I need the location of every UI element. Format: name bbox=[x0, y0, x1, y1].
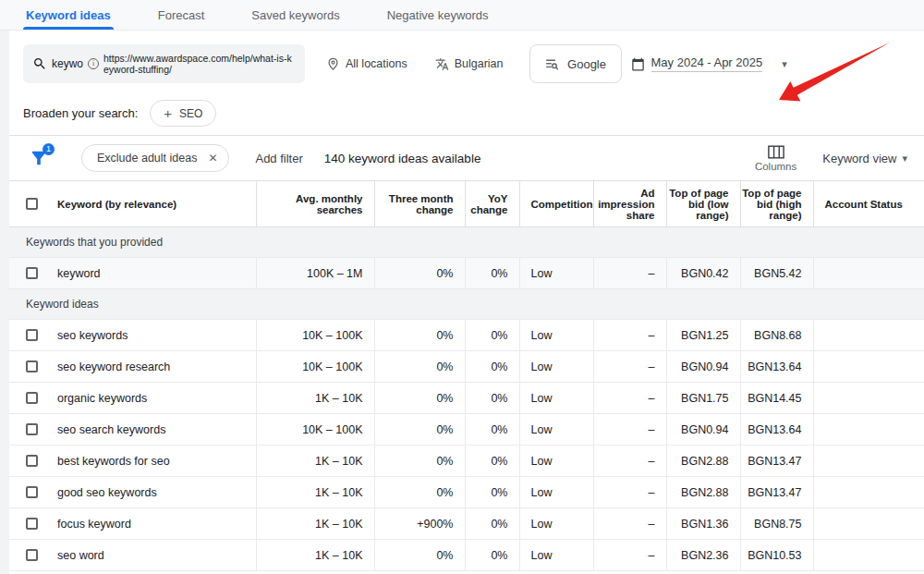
date-range-label: May 2024 - Apr 2025 bbox=[651, 55, 763, 72]
search-url-text: https://www.awardspace.com/help/what-is-… bbox=[103, 53, 296, 75]
table-row: seo word 1K – 10K 0% 0% Low – BGN2.36 BG… bbox=[9, 540, 924, 571]
tab-keyword-ideas[interactable]: Keyword ideas bbox=[23, 0, 114, 30]
page-gutter bbox=[0, 31, 9, 574]
keyword-search-input[interactable]: keywo i https://www.awardspace.com/help/… bbox=[23, 44, 305, 83]
keyword-cell: seo word bbox=[57, 549, 104, 562]
columns-icon bbox=[768, 145, 784, 159]
table-row: focus keyword 1K – 10K +900% 0% Low – BG… bbox=[9, 508, 924, 540]
search-settings-row: keywo i https://www.awardspace.com/help/… bbox=[23, 42, 924, 86]
row-checkbox[interactable] bbox=[26, 329, 38, 341]
table-row: organic keywords 1K – 10K 0% 0% Low – BG… bbox=[9, 383, 924, 414]
row-checkbox[interactable] bbox=[26, 423, 38, 435]
add-filter-button[interactable]: Add filter bbox=[255, 152, 302, 165]
keyword-cell: seo search keywords bbox=[57, 423, 165, 436]
keyword-cell: seo keyword research bbox=[57, 360, 170, 373]
row-checkbox[interactable] bbox=[26, 549, 38, 561]
filter-count-badge: 1 bbox=[43, 143, 55, 155]
location-label: All locations bbox=[346, 57, 407, 70]
col-header-avg-monthly[interactable]: Avg. monthly searches bbox=[256, 181, 374, 227]
keyword-cell: best keywords for seo bbox=[57, 455, 170, 468]
tab-forecast[interactable]: Forecast bbox=[155, 0, 208, 30]
keyword-cell: keyword bbox=[57, 267, 101, 280]
filter-button[interactable]: 1 bbox=[29, 148, 49, 168]
chevron-down-icon: ▾ bbox=[902, 153, 907, 165]
row-checkbox[interactable] bbox=[26, 455, 38, 467]
table-row: good seo keywords 1K – 10K 0% 0% Low – B… bbox=[9, 477, 924, 508]
broaden-chip-label: SEO bbox=[179, 107, 202, 120]
col-header-bid-high[interactable]: Top of page bid (high range) bbox=[740, 181, 813, 227]
search-term-text: keywo bbox=[52, 57, 83, 70]
col-header-keyword[interactable]: Keyword (by relevance) bbox=[57, 199, 176, 210]
col-header-three-month[interactable]: Three month change bbox=[374, 181, 465, 227]
table-row: seo keyword research 10K – 100K 0% 0% Lo… bbox=[9, 351, 924, 383]
col-header-yoy[interactable]: YoY change bbox=[465, 181, 519, 227]
table-header-row: Keyword (by relevance) Avg. monthly sear… bbox=[9, 181, 924, 227]
translate-icon bbox=[435, 57, 449, 71]
search-network-button[interactable]: Google bbox=[529, 44, 622, 83]
col-header-competition[interactable]: Competition bbox=[519, 181, 593, 227]
keyword-cell: good seo keywords bbox=[57, 486, 157, 499]
select-all-checkbox[interactable] bbox=[26, 198, 38, 210]
date-range-selector[interactable]: May 2024 - Apr 2025 ▾ bbox=[631, 55, 787, 72]
section-keywords-provided: Keywords that you provided bbox=[9, 227, 924, 258]
col-header-account-status[interactable]: Account Status bbox=[813, 181, 924, 227]
table-row: seo search keywords 10K – 100K 0% 0% Low… bbox=[9, 414, 924, 446]
tab-saved-keywords[interactable]: Saved keywords bbox=[249, 0, 342, 30]
tab-bar: Keyword ideas Forecast Saved keywords Ne… bbox=[0, 0, 924, 31]
section-keyword-ideas: Keyword ideas bbox=[9, 289, 924, 320]
row-checkbox[interactable] bbox=[26, 518, 38, 530]
location-selector[interactable]: All locations bbox=[326, 57, 407, 71]
keyword-planner-page: Keyword ideas Forecast Saved keywords Ne… bbox=[0, 0, 924, 574]
keyword-cell: seo keywords bbox=[57, 329, 128, 342]
keyword-table: Keyword (by relevance) Avg. monthly sear… bbox=[9, 180, 924, 571]
columns-label: Columns bbox=[755, 161, 796, 172]
search-icon bbox=[32, 56, 47, 71]
view-label: Keyword view bbox=[822, 152, 896, 165]
table-row: best keywords for seo 1K – 10K 0% 0% Low… bbox=[9, 446, 924, 477]
broaden-chip-seo[interactable]: + SEO bbox=[150, 100, 216, 127]
search-network-icon bbox=[544, 56, 560, 72]
row-checkbox[interactable] bbox=[26, 360, 38, 372]
network-label: Google bbox=[567, 57, 606, 71]
tab-negative-keywords[interactable]: Negative keywords bbox=[384, 0, 492, 30]
location-pin-icon bbox=[326, 57, 340, 71]
close-icon[interactable]: ✕ bbox=[208, 152, 217, 165]
info-icon[interactable]: i bbox=[88, 58, 99, 69]
row-checkbox[interactable] bbox=[26, 486, 38, 498]
broaden-search-row: Broaden your search: + SEO bbox=[23, 92, 924, 134]
col-header-bid-low[interactable]: Top of page bid (low range) bbox=[666, 181, 740, 227]
language-selector[interactable]: Bulgarian bbox=[435, 57, 504, 71]
columns-button[interactable]: Columns bbox=[755, 145, 796, 172]
keyword-cell: focus keyword bbox=[57, 518, 131, 531]
result-count-text: 140 keyword ideas available bbox=[324, 152, 481, 165]
col-header-ad-share[interactable]: Ad impression share bbox=[593, 181, 666, 227]
table-row: keyword 100K – 1M 0% 0% Low – BGN0.42 BG… bbox=[9, 258, 924, 289]
filter-chip-label: Exclude adult ideas bbox=[97, 152, 197, 165]
row-checkbox[interactable] bbox=[26, 392, 38, 404]
filter-bar: 1 Exclude adult ideas ✕ Add filter 140 k… bbox=[9, 135, 924, 180]
table-row: seo keywords 10K – 100K 0% 0% Low – BGN1… bbox=[9, 320, 924, 351]
keyword-cell: organic keywords bbox=[57, 392, 147, 405]
language-label: Bulgarian bbox=[455, 57, 504, 70]
row-checkbox[interactable] bbox=[26, 267, 38, 279]
calendar-icon bbox=[631, 57, 645, 71]
filter-chip-exclude-adult[interactable]: Exclude adult ideas ✕ bbox=[81, 144, 229, 172]
broaden-label: Broaden your search: bbox=[23, 106, 138, 120]
view-selector[interactable]: Keyword view ▾ bbox=[822, 152, 907, 165]
plus-icon: + bbox=[164, 105, 172, 121]
chevron-down-icon[interactable]: ▾ bbox=[782, 58, 787, 70]
